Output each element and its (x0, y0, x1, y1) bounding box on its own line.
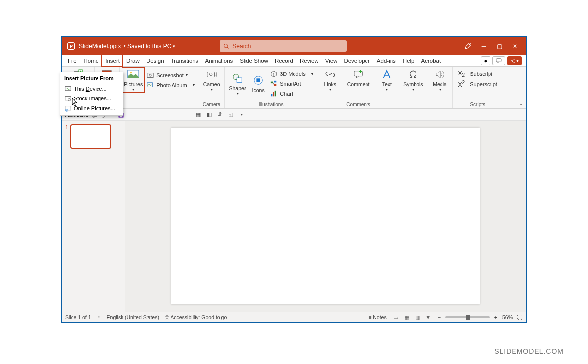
superscript-icon: X2 (458, 80, 465, 88)
pen-icon[interactable] (460, 37, 476, 55)
slide-counter[interactable]: Slide 1 of 1 (65, 315, 91, 320)
tab-addins[interactable]: Add-ins (373, 55, 399, 67)
qat-dropdown[interactable]: ▾ (238, 111, 245, 119)
3d-models-button[interactable]: 3D Models ▾ (269, 70, 314, 78)
tab-view[interactable]: View (322, 55, 341, 67)
menu-stock-images[interactable]: Stock Images... (60, 94, 123, 103)
tab-home[interactable]: Home (80, 55, 102, 67)
share-button[interactable]: ▾ (507, 56, 522, 65)
device-icon (64, 85, 71, 92)
qat-icon-1[interactable]: ▦ (195, 111, 202, 119)
thumbnail-number: 1 (65, 124, 68, 130)
svg-rect-18 (207, 72, 214, 77)
minimize-button[interactable]: ─ (476, 37, 491, 55)
screenshot-button[interactable]: Screenshot▾ (146, 71, 195, 80)
tab-slideshow[interactable]: Slide Show (236, 55, 271, 67)
svg-point-19 (209, 73, 212, 76)
smartart-icon (270, 80, 278, 88)
smartart-button[interactable]: SmartArt (269, 79, 314, 88)
insert-picture-dropdown: Insert Picture From This Device... Stock… (60, 72, 123, 116)
maximize-button[interactable]: ▢ (491, 37, 507, 55)
menu-online-pictures[interactable]: Online Pictures... (60, 103, 123, 113)
search-input[interactable]: Search (220, 40, 347, 52)
tab-transitions[interactable]: Transitions (168, 55, 202, 67)
photo-album-icon (147, 81, 154, 89)
group-label-scripts: Scripts (470, 102, 485, 107)
reading-view-button[interactable]: ▥ (413, 314, 422, 321)
accessibility-status[interactable]: Accessibility: Good to go (164, 315, 227, 320)
tab-animations[interactable]: Animations (201, 55, 236, 67)
subscript-button[interactable]: X2 Subscript (457, 70, 498, 78)
normal-view-button[interactable]: ▭ (392, 314, 400, 321)
superscript-button[interactable]: X2 Superscript (457, 79, 498, 89)
cameo-button[interactable]: Cameo▾ (201, 68, 222, 93)
tab-file[interactable]: File (64, 55, 80, 67)
cursor-icon (72, 98, 79, 108)
view-buttons: ▭ ▦ ▥ ▼ (392, 314, 433, 321)
tab-acrobat[interactable]: Acrobat (418, 55, 444, 67)
tab-draw[interactable]: Draw (123, 55, 143, 67)
comment-button[interactable]: Comment (345, 68, 372, 88)
qat-icon-2[interactable]: ◧ (205, 111, 213, 119)
slide-canvas[interactable] (171, 128, 480, 304)
qat-icon-4[interactable]: ◱ (227, 111, 235, 119)
svg-rect-2 (496, 58, 501, 61)
group-scripts: X2 Subscript X2 Superscript Scripts (453, 67, 503, 108)
pictures-button[interactable]: Pictures▾ (122, 68, 145, 93)
fit-to-window-button[interactable]: ⛶ (517, 315, 523, 320)
chart-button[interactable]: Chart (269, 89, 314, 98)
slide-thumbnails-panel: 1 (62, 121, 125, 312)
sorter-view-button[interactable]: ▦ (402, 314, 411, 321)
slideshow-view-button[interactable]: ▼ (424, 314, 433, 321)
media-button[interactable]: Media▾ (430, 68, 450, 93)
tab-design[interactable]: Design (143, 55, 168, 67)
shapes-button[interactable]: Shapes▾ (227, 68, 249, 100)
record-indicator[interactable]: ● (481, 56, 491, 65)
text-icon (381, 69, 392, 80)
tab-record[interactable]: Record (271, 55, 296, 67)
comments-pane-button[interactable] (492, 56, 505, 65)
powerpoint-icon: P (67, 42, 75, 50)
spell-check-icon[interactable] (96, 314, 102, 321)
comment-icon (353, 69, 365, 80)
pictures-icon (127, 69, 139, 80)
links-button[interactable]: Links▾ (320, 68, 340, 93)
zoom-level[interactable]: 56% (502, 315, 513, 320)
screenshot-icon (147, 72, 154, 79)
tab-review[interactable]: Review (296, 55, 322, 67)
qat-icon-3[interactable]: ⇵ (216, 111, 224, 119)
svg-rect-15 (147, 73, 153, 77)
cube-icon (270, 70, 278, 78)
group-label-camera: Camera (203, 102, 220, 107)
group-illustrations: Shapes▾ Icons 3D Models ▾ SmartArt Chart… (225, 67, 318, 108)
menu-this-device[interactable]: This Device... (60, 84, 123, 94)
notes-button[interactable]: ≡ Notes (368, 315, 386, 320)
text-button[interactable]: Text▾ (377, 68, 396, 93)
photo-album-button[interactable]: Photo Album ▾ (146, 81, 195, 90)
slide-canvas-area (125, 121, 526, 312)
svg-point-14 (130, 72, 132, 73)
cameo-icon (206, 69, 218, 80)
svg-rect-23 (256, 78, 260, 82)
svg-point-0 (224, 44, 228, 48)
tab-developer[interactable]: Developer (341, 55, 373, 67)
zoom-slider[interactable] (445, 316, 490, 318)
close-button[interactable]: ✕ (507, 37, 523, 55)
svg-rect-24 (271, 82, 273, 84)
collapse-ribbon-icon[interactable]: ⌄ (519, 101, 523, 106)
editing-area: 1 (62, 121, 526, 312)
stock-icon (64, 95, 71, 102)
group-images: Pictures▾ Screenshot▾ Photo Album ▾ (120, 67, 198, 108)
svg-rect-28 (273, 92, 274, 97)
chevron-down-icon[interactable]: ▾ (173, 44, 175, 49)
language-status[interactable]: English (United States) (107, 315, 159, 320)
shapes-icon (232, 73, 244, 84)
svg-rect-25 (274, 81, 276, 83)
tab-help[interactable]: Help (399, 55, 418, 67)
slide-thumbnail-1[interactable] (70, 124, 111, 149)
zoom-out-button[interactable]: − (438, 315, 441, 320)
symbols-button[interactable]: Symbols▾ (401, 68, 425, 93)
tab-insert[interactable]: Insert (102, 55, 123, 67)
icons-button[interactable]: Icons (248, 68, 268, 100)
zoom-in-button[interactable]: + (494, 315, 497, 320)
